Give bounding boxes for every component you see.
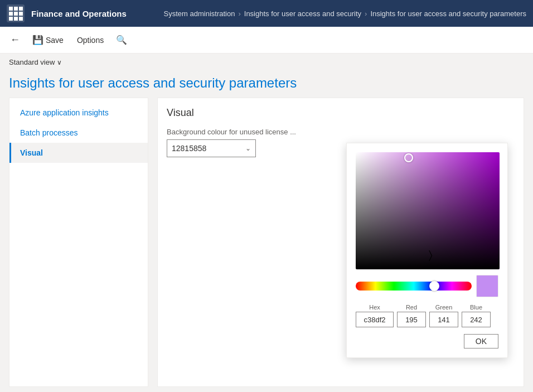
color-cursor[interactable] bbox=[404, 153, 413, 162]
breadcrumb-sep-1: › bbox=[238, 9, 240, 18]
dropdown-arrow-icon: ⌄ bbox=[245, 144, 251, 152]
color-inputs-row: Hex Red Green Blue bbox=[356, 304, 498, 327]
breadcrumb-sep-2: › bbox=[365, 9, 367, 18]
view-bar-label: Standard view bbox=[9, 58, 55, 66]
hue-slider-row bbox=[356, 275, 498, 297]
breadcrumb-item-2[interactable]: Insights for user access and security bbox=[244, 9, 361, 18]
breadcrumb: System administration › Insights for use… bbox=[164, 9, 526, 18]
sidebar-item-batch[interactable]: Batch processes bbox=[9, 123, 148, 143]
toolbar: ← 💾 Save Options 🔍 bbox=[0, 27, 533, 54]
sidebar-item-azure[interactable]: Azure application insights bbox=[9, 103, 148, 123]
hue-slider-track[interactable] bbox=[356, 282, 472, 291]
color-gradient-canvas[interactable] bbox=[356, 152, 500, 269]
save-icon: 💾 bbox=[32, 35, 43, 45]
color-gradient-inner bbox=[356, 152, 500, 269]
ok-btn-row: OK bbox=[356, 334, 498, 349]
breadcrumb-item-1[interactable]: System administration bbox=[164, 9, 235, 18]
topbar: Finance and Operations System administra… bbox=[0, 0, 533, 27]
color-picker-popup: Hex Red Green Blue OK bbox=[346, 143, 508, 358]
page-title: Insights for user access and security pa… bbox=[0, 71, 533, 98]
color-preview-swatch bbox=[476, 275, 498, 297]
blue-label: Blue bbox=[462, 304, 491, 311]
options-button[interactable]: Options bbox=[72, 33, 108, 47]
green-label: Green bbox=[429, 304, 458, 311]
right-panel: Visual Background colour for unused lice… bbox=[157, 98, 524, 387]
red-label: Red bbox=[397, 304, 426, 311]
sidebar: Azure application insights Batch process… bbox=[9, 98, 148, 387]
blue-input-group: Blue bbox=[462, 304, 491, 327]
green-input-group: Green bbox=[429, 304, 458, 327]
ok-button[interactable]: OK bbox=[464, 334, 498, 349]
color-dropdown[interactable]: 12815858 ⌄ bbox=[167, 139, 256, 157]
save-button[interactable]: 💾 Save bbox=[28, 32, 68, 47]
sidebar-item-visual[interactable]: Visual bbox=[9, 143, 148, 163]
hex-input[interactable] bbox=[356, 312, 394, 327]
blue-input[interactable] bbox=[462, 312, 491, 327]
hex-input-group: Hex bbox=[356, 304, 394, 327]
app-title: Finance and Operations bbox=[31, 9, 127, 18]
red-input[interactable] bbox=[397, 312, 426, 327]
view-bar[interactable]: Standard view ∨ bbox=[0, 54, 533, 71]
back-button[interactable]: ← bbox=[7, 32, 23, 48]
apps-icon[interactable] bbox=[7, 4, 25, 22]
main-content: Azure application insights Batch process… bbox=[0, 98, 533, 387]
search-button[interactable]: 🔍 bbox=[113, 31, 130, 49]
red-input-group: Red bbox=[397, 304, 426, 327]
apps-grid bbox=[9, 7, 23, 21]
chevron-down-icon: ∨ bbox=[57, 59, 62, 66]
section-title: Visual bbox=[167, 107, 515, 119]
breadcrumb-item-3: Insights for user access and security pa… bbox=[370, 9, 526, 18]
color-field-label: Background colour for unused license ... bbox=[167, 128, 515, 136]
hex-label: Hex bbox=[356, 304, 394, 311]
color-value-text: 12815858 bbox=[172, 144, 206, 153]
green-input[interactable] bbox=[429, 312, 458, 327]
hue-slider-thumb[interactable] bbox=[429, 281, 439, 291]
